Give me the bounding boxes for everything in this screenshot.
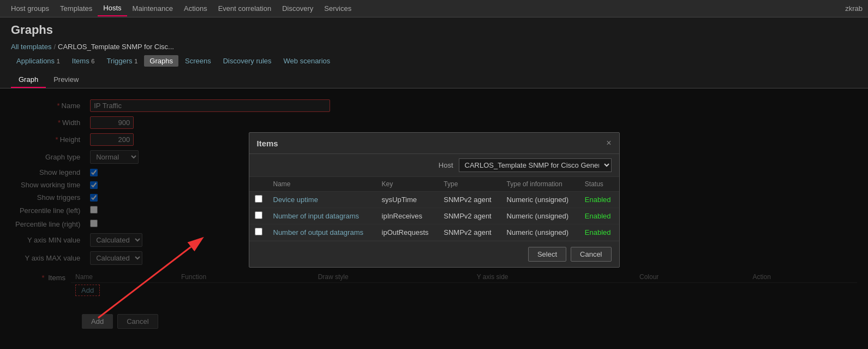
item-name-2[interactable]: Number of output datagrams <box>273 228 363 236</box>
page-title: Graphs <box>0 17 868 40</box>
nav-actions[interactable]: Actions <box>178 1 213 16</box>
subtab-web-scenarios[interactable]: Web scenarios <box>278 55 336 67</box>
nav-host-groups[interactable]: Host groups <box>5 1 55 16</box>
modal-col-key: Key <box>376 177 439 192</box>
items-modal: Items × Host CARLOS_Template SNMP for Ci… <box>249 132 620 268</box>
nav-discovery[interactable]: Discovery <box>277 1 319 16</box>
modal-col-type-info: Type of information <box>501 177 579 192</box>
table-row: Number of input datagrams ipInReceives S… <box>249 208 619 224</box>
modal-cancel-button[interactable]: Cancel <box>571 247 611 262</box>
tab-preview[interactable]: Preview <box>46 72 86 88</box>
top-navigation: Host groups Templates Hosts Maintenance … <box>0 0 868 17</box>
item-name-1[interactable]: Number of input datagrams <box>273 212 360 220</box>
form-area: *Name *Width *Height Graph type <box>0 88 868 343</box>
row-checkbox-0[interactable] <box>255 195 262 203</box>
item-typeinfo-2: Numeric (unsigned) <box>501 224 579 241</box>
tab-graph[interactable]: Graph <box>11 72 46 88</box>
modal-items-table: Name Key Type Type of information Status… <box>249 177 619 241</box>
modal-host-row: Host CARLOS_Template SNMP for Cisco Gene… <box>249 154 619 177</box>
item-status-2: Enabled <box>579 224 619 241</box>
item-key-1: ipInReceives <box>376 208 439 224</box>
modal-header: Items × <box>249 133 619 154</box>
modal-close-button[interactable]: × <box>606 138 611 148</box>
row-checkbox-1[interactable] <box>255 211 262 219</box>
nav-hosts[interactable]: Hosts <box>98 1 127 16</box>
breadcrumb: All templates / CARLOS_Template SNMP for… <box>0 40 868 53</box>
modal-host-select[interactable]: CARLOS_Template SNMP for Cisco Generic .… <box>459 158 612 172</box>
subtab-discovery-rules[interactable]: Discovery rules <box>218 55 277 67</box>
breadcrumb-all-templates[interactable]: All templates <box>11 43 51 51</box>
subtab-applications[interactable]: Applications 1 <box>11 55 65 67</box>
subtab-items[interactable]: Items 6 <box>67 55 100 67</box>
modal-host-label: Host <box>439 161 453 169</box>
user-label: zkrab <box>845 4 863 13</box>
main-tabs: Graph Preview <box>0 69 868 88</box>
subtab-screens[interactable]: Screens <box>179 55 217 67</box>
item-status-0: Enabled <box>579 192 619 208</box>
item-status-1: Enabled <box>579 208 619 224</box>
item-typeinfo-1: Numeric (unsigned) <box>501 208 579 224</box>
modal-col-checkbox <box>249 177 268 192</box>
item-typeinfo-0: Numeric (unsigned) <box>501 192 579 208</box>
sub-tabs: Applications 1 Items 6 Triggers 1 Graphs… <box>0 53 868 69</box>
modal-title: Items <box>257 139 278 148</box>
item-type-2: SNMPv2 agent <box>438 224 501 241</box>
item-key-2: ipOutRequests <box>376 224 439 241</box>
modal-select-button[interactable]: Select <box>528 247 566 262</box>
item-type-0: SNMPv2 agent <box>438 192 501 208</box>
item-name-0[interactable]: Device uptime <box>273 196 318 204</box>
subtab-triggers[interactable]: Triggers 1 <box>101 55 143 67</box>
modal-col-name: Name <box>268 177 376 192</box>
nav-event-correlation[interactable]: Event correlation <box>213 1 277 16</box>
nav-services[interactable]: Services <box>319 1 357 16</box>
row-checkbox-2[interactable] <box>255 228 262 235</box>
nav-templates[interactable]: Templates <box>55 1 98 16</box>
breadcrumb-separator: / <box>53 43 56 51</box>
modal-footer: Select Cancel <box>249 241 619 267</box>
item-key-0: sysUpTime <box>376 192 439 208</box>
table-row: Number of output datagrams ipOutRequests… <box>249 224 619 241</box>
modal-col-status: Status <box>579 177 619 192</box>
item-type-1: SNMPv2 agent <box>438 208 501 224</box>
breadcrumb-current: CARLOS_Template SNMP for Cisc... <box>58 43 174 51</box>
modal-overlay: Items × Host CARLOS_Template SNMP for Ci… <box>0 88 868 349</box>
subtab-graphs[interactable]: Graphs <box>144 55 178 67</box>
nav-maintenance[interactable]: Maintenance <box>127 1 178 16</box>
modal-col-type: Type <box>438 177 501 192</box>
table-row: Device uptime sysUpTime SNMPv2 agent Num… <box>249 192 619 208</box>
